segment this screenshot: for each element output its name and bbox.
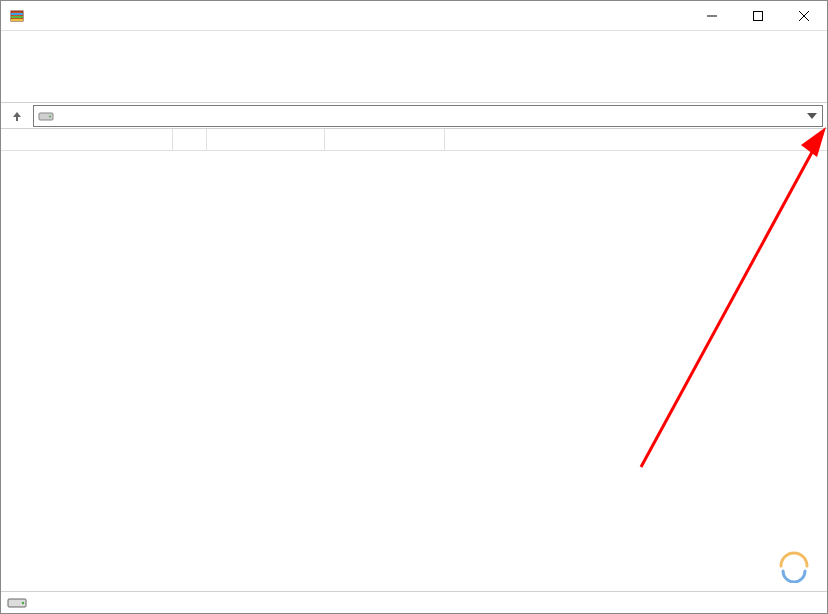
statusbar (1, 591, 827, 613)
svg-rect-5 (754, 12, 763, 21)
window-controls (689, 1, 827, 31)
svg-rect-2 (11, 16, 23, 18)
close-button[interactable] (781, 1, 827, 31)
menubar (1, 31, 827, 53)
drive-icon (38, 110, 54, 122)
col-header-type[interactable] (207, 129, 325, 150)
menu-tools[interactable] (39, 40, 55, 44)
winrar-icon (9, 8, 25, 24)
svg-point-11 (22, 601, 24, 603)
address-dropdown-button[interactable] (803, 106, 821, 126)
disk-icon (7, 597, 27, 609)
menu-file[interactable] (7, 40, 23, 44)
svg-point-9 (49, 115, 51, 117)
nav-up-button[interactable] (5, 105, 29, 127)
menu-help[interactable] (87, 40, 103, 44)
file-list[interactable] (1, 151, 827, 591)
status-left (7, 597, 33, 609)
menu-command[interactable] (23, 40, 39, 44)
svg-rect-3 (11, 19, 23, 21)
col-header-date[interactable] (325, 129, 445, 150)
maximize-button[interactable] (735, 1, 781, 31)
column-headers (1, 129, 827, 151)
col-header-name[interactable] (1, 129, 173, 150)
main-window (0, 0, 828, 614)
toolbar (1, 53, 827, 103)
address-field[interactable] (33, 105, 823, 127)
svg-rect-1 (11, 13, 23, 15)
menu-options[interactable] (71, 40, 87, 44)
titlebar (1, 1, 827, 31)
addressbar (1, 103, 827, 129)
col-header-size[interactable] (173, 129, 207, 150)
minimize-button[interactable] (689, 1, 735, 31)
menu-favorites[interactable] (55, 40, 71, 44)
